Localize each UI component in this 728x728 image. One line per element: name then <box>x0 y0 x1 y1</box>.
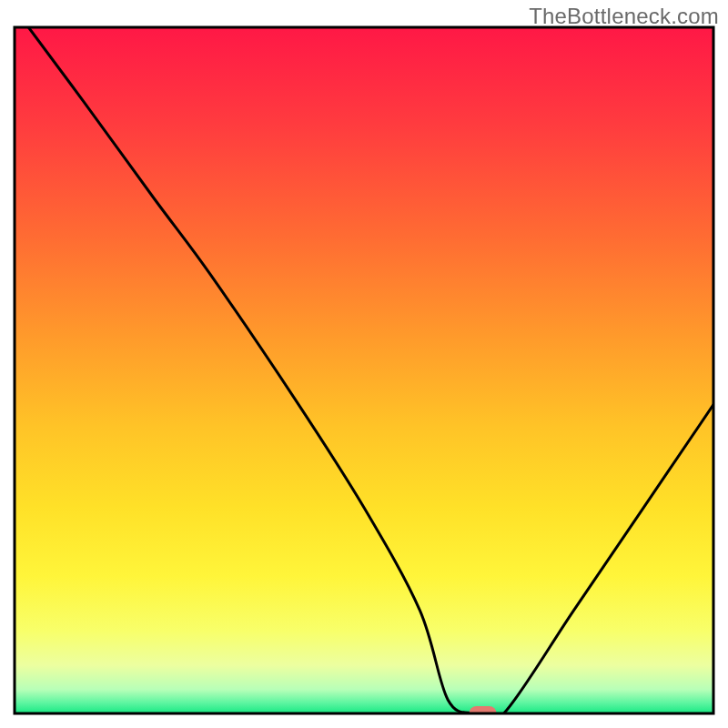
watermark-text: TheBottleneck.com <box>529 4 719 29</box>
gradient-background <box>15 27 713 713</box>
chart-container: TheBottleneck.com <box>0 0 728 728</box>
chart-svg <box>0 0 728 728</box>
